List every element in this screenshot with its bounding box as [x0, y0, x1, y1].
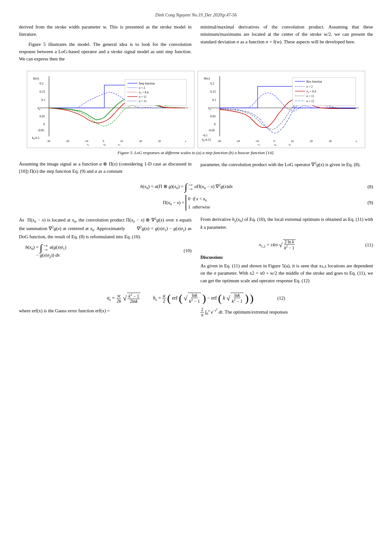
- svg-text:-30: -30: [217, 140, 221, 143]
- where-para: where erf(x) is the Gauss error function…: [19, 307, 192, 315]
- right-column-top: minimal/maximal derivatives of the convo…: [200, 23, 373, 65]
- from-derivative: From derivative hx(x0) of Eq. (10), the …: [200, 216, 373, 231]
- svg-text:0.05: 0.05: [210, 115, 216, 118]
- svg-text:σ = 2: σ = 2: [306, 85, 313, 88]
- svg-text:σ = 2: σ = 2: [139, 86, 145, 90]
- mid-two-col: As Π(x0 − x) is located at x0, the convo…: [19, 216, 373, 287]
- header-text: Dinh Cong Nguyen/ No.19_Dec 2020|p.47-56: [155, 13, 236, 17]
- svg-text:-0.15: -0.15: [205, 138, 211, 141]
- svg-text:x0: x0: [103, 143, 106, 146]
- svg-text:20: 20: [310, 140, 313, 143]
- svg-text:-0.05: -0.05: [38, 128, 44, 132]
- svg-text:0.2: 0.2: [210, 82, 214, 85]
- svg-text:h(x): h(x): [33, 76, 39, 80]
- svg-text:0: 0: [273, 140, 275, 143]
- svg-text:x: x: [355, 140, 357, 143]
- svg-text:0.2: 0.2: [40, 82, 44, 85]
- svg-text:0: 0: [43, 122, 45, 126]
- where-right: 2 π ∫0x e−t2 dt. The optimum/extremal re…: [200, 307, 373, 320]
- svg-text:-30: -30: [46, 140, 50, 143]
- page-header: Dinh Cong Nguyen/ No.19_Dec 2020|p.47-56: [19, 13, 373, 18]
- svg-text:20: 20: [139, 140, 142, 143]
- svg-text:0.05: 0.05: [40, 115, 45, 118]
- svg-text:Box function: Box function: [306, 80, 322, 83]
- body-right-p1: parameter, the convolution product with …: [200, 160, 373, 168]
- right-p1: minimal/maximal derivatives of the convo…: [200, 23, 373, 46]
- discussion-para: As given in Eq. (11) and shown in Figure…: [200, 262, 373, 284]
- svg-text:0.1: 0.1: [41, 98, 46, 102]
- figure-right: h(x) 0.2 0.15 0.1 he 0.05 0 -0.05 -0.1 h…: [198, 71, 365, 148]
- body-two-col: Assuming the image signal as a function …: [19, 160, 373, 178]
- mid-right: From derivative hx(x0) of Eq. (10), the …: [200, 216, 373, 287]
- svg-text:x1: x1: [257, 143, 260, 146]
- chart-step-function: h(x) 0.2 0.15 0.1 he 0.05 0 -0.05 he -0.…: [30, 73, 191, 146]
- svg-text:x2: x2: [288, 143, 291, 146]
- equation-11: x1,2 = ±kσ √ 2 ln k k2 − 1 (11): [200, 240, 373, 251]
- svg-text:-20: -20: [65, 140, 69, 143]
- left-column-top: derived from the stroke width parameter …: [19, 23, 192, 65]
- svg-text:x: x: [185, 140, 186, 143]
- figures-row: h(x) 0.2 0.15 0.1 he 0.05 0 -0.05 he -0.…: [19, 71, 373, 148]
- svg-text:-0.05: -0.05: [208, 128, 215, 132]
- figure-caption: Figure 5. LoG responses at different sca…: [19, 150, 373, 156]
- svg-text:x0: x0: [274, 143, 277, 146]
- figure-left: h(x) 0.2 0.15 0.1 he 0.05 0 -0.05 he -0.…: [27, 71, 194, 148]
- svg-text:hs: hs: [202, 138, 205, 142]
- svg-text:0.15: 0.15: [210, 90, 216, 93]
- chart-box-function: h(x) 0.2 0.15 0.1 he 0.05 0 -0.05 -0.1 h…: [201, 73, 362, 146]
- where-para2: 2 π ∫0x e−t2 dt. The optimum/extremal re…: [200, 307, 373, 317]
- svg-text:0: 0: [214, 122, 216, 126]
- svg-text:30: 30: [158, 140, 161, 143]
- equation-12-row: σs = w 2k √ k2 − 1 2lnk hs = a 2 ( erf (…: [19, 293, 373, 304]
- mid-left: As Π(x0 − x) is located at x0, the convo…: [19, 216, 192, 287]
- svg-text:σ = 11: σ = 11: [306, 95, 314, 98]
- svg-text:-10: -10: [84, 140, 88, 143]
- svg-text:0: 0: [103, 140, 104, 143]
- eq12-h: hs = a 2 ( erf ( √ lnk k2 − 1 ) − erf ( …: [153, 293, 254, 304]
- svg-text:he: he: [208, 106, 211, 111]
- svg-text:σ = 11: σ = 11: [139, 95, 147, 98]
- where-left: where erf(x) is the Gauss error function…: [19, 307, 192, 320]
- svg-text:Step function: Step function: [139, 82, 155, 85]
- body-left: Assuming the image signal as a function …: [19, 160, 192, 178]
- svg-text:σ = 15: σ = 15: [139, 100, 147, 103]
- svg-text:σ = 15: σ = 15: [306, 100, 314, 103]
- equation-9: Π(x0 − x) = 0 if x < x0 1 otherwise (9): [19, 195, 373, 211]
- svg-text:10: 10: [291, 140, 294, 143]
- svg-text:-0.1: -0.1: [203, 134, 208, 137]
- body-left-p1: Assuming the image signal as a function …: [19, 160, 192, 175]
- left-p2: Figure 5 illustrates the model. The gene…: [19, 41, 192, 63]
- svg-text:x1: x1: [87, 143, 89, 146]
- svg-text:0.15: 0.15: [40, 90, 45, 93]
- svg-text:x2: x2: [118, 143, 120, 146]
- equation-10: h(x0) = ∫ +∞−∞ a(g(x|σ1) − g(x|σ2)) dx (…: [19, 243, 192, 259]
- equation-8: h(x0) = a(Π ⊗ g)(x0) = ∫ +∞−∞ aΠ(x0 − x)…: [19, 182, 373, 192]
- svg-text:he: he: [38, 106, 40, 111]
- body-right: parameter, the convolution product with …: [200, 160, 373, 178]
- svg-rect-58: [292, 78, 356, 105]
- svg-text:30: 30: [329, 140, 332, 143]
- svg-text:10: 10: [120, 140, 123, 143]
- left-p1: derived from the stroke width parameter …: [19, 23, 192, 38]
- as-para-left: As Π(x0 − x) is located at x0, the convo…: [19, 216, 192, 240]
- svg-text:-20: -20: [236, 140, 240, 143]
- svg-text:-10: -10: [255, 140, 259, 143]
- svg-text:h(x): h(x): [204, 76, 210, 80]
- where-row: where erf(x) is the Gauss error function…: [19, 307, 373, 320]
- eq12-sigma: σs = w 2k √ k2 − 1 2lnk: [107, 293, 140, 304]
- discussion-heading: Discussion:: [200, 254, 373, 261]
- svg-text:-0.1: -0.1: [34, 136, 40, 140]
- svg-text:0.1: 0.1: [212, 98, 216, 102]
